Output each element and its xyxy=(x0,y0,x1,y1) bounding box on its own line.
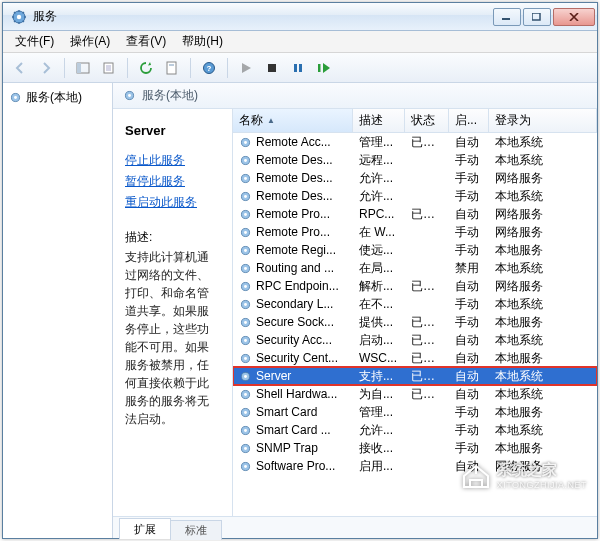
gear-icon xyxy=(123,89,136,102)
list-body[interactable]: Remote Acc...管理...已启动自动本地系统Remote Des...… xyxy=(233,133,597,516)
cell-name: Remote Des... xyxy=(233,189,353,203)
gear-icon xyxy=(239,190,252,203)
svg-rect-11 xyxy=(268,64,276,72)
cell-start: 手动 xyxy=(449,188,489,205)
cell-name: RPC Endpoin... xyxy=(233,279,353,293)
pause-service-button[interactable] xyxy=(287,57,309,79)
column-status[interactable]: 状态 xyxy=(405,109,449,132)
stop-service-link[interactable]: 停止此服务 xyxy=(125,152,220,169)
stop-service-button[interactable] xyxy=(261,57,283,79)
services-app-icon xyxy=(11,9,27,25)
service-row[interactable]: Remote Des...允许...手动网络服务 xyxy=(233,169,597,187)
sort-asc-icon: ▲ xyxy=(267,116,275,125)
cell-desc: 解析... xyxy=(353,278,405,295)
tab-standard[interactable]: 标准 xyxy=(170,520,222,540)
gear-icon xyxy=(239,154,252,167)
svg-point-1 xyxy=(17,14,21,18)
menu-file[interactable]: 文件(F) xyxy=(7,31,62,52)
list-header: 名称▲ 描述 状态 启... 登录为 xyxy=(233,109,597,133)
svg-point-34 xyxy=(244,267,247,270)
column-startup[interactable]: 启... xyxy=(449,109,489,132)
cell-name: Remote Des... xyxy=(233,171,353,185)
service-row[interactable]: Remote Pro...RPC...已启动自动网络服务 xyxy=(233,205,597,223)
svg-point-30 xyxy=(244,231,247,234)
gear-icon xyxy=(239,298,252,311)
column-name[interactable]: 名称▲ xyxy=(233,109,353,132)
cell-start: 手动 xyxy=(449,296,489,313)
cell-desc: 提供... xyxy=(353,314,405,331)
restart-service-button[interactable] xyxy=(313,57,335,79)
start-service-button[interactable] xyxy=(235,57,257,79)
gear-icon xyxy=(239,352,252,365)
svg-rect-12 xyxy=(294,64,297,72)
restart-service-link[interactable]: 重启动此服务 xyxy=(125,194,220,211)
service-row[interactable]: Smart Card ...允许...手动本地系统 xyxy=(233,421,597,439)
forward-button[interactable] xyxy=(35,57,57,79)
properties-button[interactable] xyxy=(161,57,183,79)
service-row[interactable]: SNMP Trap接收...手动本地服务 xyxy=(233,439,597,457)
cell-logon: 本地服务 xyxy=(489,404,597,421)
service-row[interactable]: Remote Pro...在 W...手动网络服务 xyxy=(233,223,597,241)
cell-start: 手动 xyxy=(449,440,489,457)
service-row[interactable]: Secure Sock...提供...已启动手动本地服务 xyxy=(233,313,597,331)
cell-desc: 允许... xyxy=(353,422,405,439)
services-window: 服务 文件(F) 操作(A) 查看(V) 帮助(H) ? xyxy=(2,2,598,539)
service-row[interactable]: Security Acc...启动...已启动自动本地系统 xyxy=(233,331,597,349)
cell-name: Software Pro... xyxy=(233,459,353,473)
export-list-button[interactable] xyxy=(98,57,120,79)
cell-name: SNMP Trap xyxy=(233,441,353,455)
svg-point-46 xyxy=(244,375,247,378)
cell-name: Routing and ... xyxy=(233,261,353,275)
cell-name: Secondary L... xyxy=(233,297,353,311)
cell-desc: 启用... xyxy=(353,458,405,475)
service-row[interactable]: Shell Hardwa...为自...已启动自动本地系统 xyxy=(233,385,597,403)
help-button[interactable]: ? xyxy=(198,57,220,79)
cell-desc: 在不... xyxy=(353,296,405,313)
show-hide-tree-button[interactable] xyxy=(72,57,94,79)
gear-icon xyxy=(9,91,22,104)
column-description[interactable]: 描述 xyxy=(353,109,405,132)
cell-name: Security Acc... xyxy=(233,333,353,347)
service-row[interactable]: Routing and ...在局...禁用本地系统 xyxy=(233,259,597,277)
detail-pane: Server 停止此服务 暂停此服务 重启动此服务 描述: 支持此计算机通过网络… xyxy=(113,109,233,516)
service-row[interactable]: Smart Card管理...手动本地服务 xyxy=(233,403,597,421)
titlebar[interactable]: 服务 xyxy=(3,3,597,31)
svg-point-20 xyxy=(244,141,247,144)
tree-root-item[interactable]: 服务(本地) xyxy=(9,87,106,108)
tabs: 扩展 标准 xyxy=(113,516,597,538)
service-row[interactable]: RPC Endpoin...解析...已启动自动网络服务 xyxy=(233,277,597,295)
svg-rect-8 xyxy=(169,64,174,66)
close-button[interactable] xyxy=(553,8,595,26)
gear-icon xyxy=(239,370,252,383)
service-row[interactable]: Remote Acc...管理...已启动自动本地系统 xyxy=(233,133,597,151)
minimize-button[interactable] xyxy=(493,8,521,26)
service-row[interactable]: Server支持...已启动自动本地系统 xyxy=(233,367,597,385)
tab-extended[interactable]: 扩展 xyxy=(119,518,171,539)
service-row[interactable]: Remote Des...远程...手动本地系统 xyxy=(233,151,597,169)
menu-action[interactable]: 操作(A) xyxy=(62,31,118,52)
service-row[interactable]: Secondary L...在不...手动本地系统 xyxy=(233,295,597,313)
cell-logon: 本地系统 xyxy=(489,368,597,385)
maximize-button[interactable] xyxy=(523,8,551,26)
svg-point-28 xyxy=(244,213,247,216)
svg-point-22 xyxy=(244,159,247,162)
service-row[interactable]: Security Cent...WSC...已启动自动本地服务 xyxy=(233,349,597,367)
refresh-button[interactable] xyxy=(135,57,157,79)
gear-icon xyxy=(239,460,252,473)
description-text: 支持此计算机通过网络的文件、打印、和命名管道共享。如果服务停止，这些功能不可用。… xyxy=(125,248,220,428)
cell-name: Remote Pro... xyxy=(233,225,353,239)
cell-status: 已启动 xyxy=(405,350,449,367)
service-row[interactable]: Software Pro...启用...自动网络服务 xyxy=(233,457,597,475)
menu-view[interactable]: 查看(V) xyxy=(118,31,174,52)
menu-help[interactable]: 帮助(H) xyxy=(174,31,231,52)
service-row[interactable]: Remote Des...允许...手动本地系统 xyxy=(233,187,597,205)
back-button[interactable] xyxy=(9,57,31,79)
pause-service-link[interactable]: 暂停此服务 xyxy=(125,173,220,190)
cell-logon: 本地系统 xyxy=(489,332,597,349)
column-logon[interactable]: 登录为 xyxy=(489,109,597,132)
svg-rect-14 xyxy=(318,64,321,72)
svg-text:?: ? xyxy=(207,64,212,73)
cell-status: 已启动 xyxy=(405,314,449,331)
cell-logon: 网络服务 xyxy=(489,458,597,475)
service-row[interactable]: Remote Regi...使远...手动本地服务 xyxy=(233,241,597,259)
